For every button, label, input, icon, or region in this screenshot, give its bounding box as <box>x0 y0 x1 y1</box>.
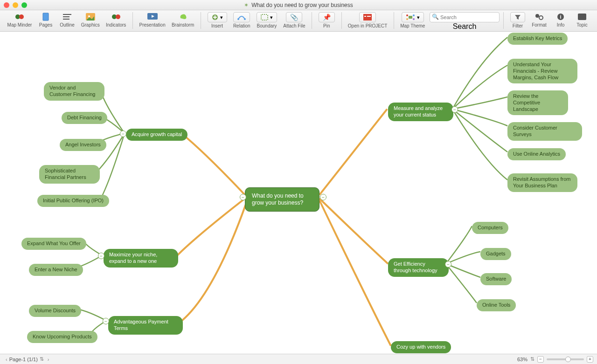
info-icon: i <box>557 12 564 21</box>
chevron-down-icon: ▾ <box>417 14 420 21</box>
open-in-project-button[interactable]: Open in PROJECT <box>346 12 390 28</box>
close-window-button[interactable] <box>4 2 9 8</box>
status-bar: ‹ Page-1 (1/1) ⇅ › 63% ⇅ − + <box>0 354 597 364</box>
collapse-toggle[interactable]: − <box>120 130 126 137</box>
svg-point-7 <box>88 15 90 17</box>
map-minder-button[interactable]: Map Minder <box>5 12 35 27</box>
leaf-node[interactable]: Software <box>480 273 512 285</box>
svg-text:i: i <box>560 14 561 20</box>
info-button[interactable]: i Info <box>550 12 571 27</box>
minimize-window-button[interactable] <box>13 2 18 8</box>
indicators-icon <box>111 12 121 21</box>
pin-button[interactable]: 📌 Pin <box>316 12 337 28</box>
branch-node[interactable]: Advantageous Payment Terms <box>108 316 183 335</box>
presentation-icon <box>147 12 158 21</box>
leaf-node[interactable]: Initial Public Offering (IPO) <box>37 195 109 207</box>
presentation-button[interactable]: Presentation <box>137 12 168 27</box>
zoom-stepper[interactable]: ⇅ <box>530 356 535 362</box>
graphics-button[interactable]: Graphics <box>78 12 102 27</box>
svg-rect-4 <box>63 16 69 17</box>
page-stepper[interactable]: ⇅ <box>38 356 46 362</box>
attach-file-button[interactable]: 📎 Attach File <box>281 12 308 28</box>
collapse-toggle[interactable]: − <box>320 194 326 200</box>
boundary-icon <box>261 14 268 21</box>
leaf-node[interactable]: Consider Customer Surveys <box>507 122 582 141</box>
svg-point-13 <box>244 18 246 20</box>
svg-point-22 <box>413 18 415 20</box>
leaf-node[interactable]: Understand Your Financials - Review Marg… <box>507 59 577 83</box>
boundary-button[interactable]: ▾ Boundary <box>254 12 279 28</box>
graphics-icon <box>86 12 95 21</box>
leaf-node[interactable]: Gadgets <box>480 248 511 260</box>
topic-button[interactable]: Topic <box>572 12 592 27</box>
map-theme-button[interactable]: ▾ Map Theme <box>398 12 428 28</box>
leaf-node[interactable]: Computers <box>472 222 508 234</box>
page-indicator[interactable]: Page-1 (1/1) <box>9 357 38 362</box>
brainstorm-button[interactable]: Brainstorm <box>169 12 197 27</box>
leaf-node[interactable]: Online Tools <box>477 299 516 311</box>
svg-point-23 <box>535 14 539 18</box>
svg-rect-2 <box>43 13 49 21</box>
search-input[interactable] <box>430 12 500 22</box>
branch-node[interactable]: Get Efficiency through technology <box>388 258 449 277</box>
pages-icon <box>42 12 49 21</box>
relation-button[interactable]: Relation <box>230 12 253 28</box>
maximize-window-button[interactable] <box>21 2 27 8</box>
branch-node[interactable]: Acquire growth capital <box>126 129 187 141</box>
branch-node[interactable]: Cozy up with vendors <box>391 341 451 353</box>
collapse-toggle[interactable]: − <box>451 106 458 113</box>
filter-button[interactable]: Filter <box>507 12 528 28</box>
leaf-node[interactable]: Review the Competitive Landscape <box>507 90 568 115</box>
format-button[interactable]: Format <box>529 12 549 27</box>
svg-point-12 <box>237 18 239 20</box>
topic-icon <box>578 12 586 21</box>
leaf-node[interactable]: Expand What You Offer <box>21 238 86 250</box>
svg-rect-16 <box>364 16 366 17</box>
zoom-in-button[interactable]: + <box>587 356 593 363</box>
map-minder-icon <box>15 12 24 21</box>
chevron-down-icon: ▾ <box>220 14 223 21</box>
leaf-node[interactable]: Enter a New Niche <box>29 264 83 276</box>
leaf-node[interactable]: Angel Investors <box>60 139 106 151</box>
window-title: ✶ What do you need to grow your business <box>244 2 353 8</box>
central-topic[interactable]: What do you need to grow your business? <box>245 187 319 212</box>
window-controls <box>4 2 27 8</box>
zoom-out-button[interactable]: − <box>537 356 544 363</box>
svg-point-1 <box>19 14 24 19</box>
svg-rect-27 <box>578 14 586 20</box>
search-label: Search <box>453 22 477 31</box>
prev-page-button[interactable]: ‹ <box>4 357 9 362</box>
leaf-node[interactable]: Use Online Analytics <box>507 148 566 160</box>
pages-button[interactable]: Pages <box>35 12 56 27</box>
branch-node[interactable]: Measure and analyze your current status <box>388 103 453 121</box>
chevron-down-icon: ▾ <box>270 14 273 21</box>
mindmap-canvas[interactable]: What do you need to grow your business? … <box>0 32 597 354</box>
collapse-toggle[interactable]: − <box>103 318 109 324</box>
leaf-node[interactable]: Know Upcoming Products <box>27 331 97 343</box>
svg-rect-17 <box>367 16 371 17</box>
svg-point-19 <box>406 14 408 16</box>
leaf-node[interactable]: Volume Discounts <box>29 305 81 317</box>
insert-button[interactable]: ▾ Insert <box>205 12 229 28</box>
collapse-toggle[interactable]: − <box>445 261 451 268</box>
leaf-node[interactable]: Revisit Assumptions from Your Business P… <box>507 173 577 192</box>
outline-icon <box>63 12 71 21</box>
next-page-button[interactable]: › <box>46 357 51 362</box>
pin-icon: 📌 <box>323 14 331 21</box>
brainstorm-icon <box>179 12 187 21</box>
collapse-toggle[interactable]: − <box>240 194 246 200</box>
svg-rect-3 <box>63 14 71 15</box>
leaf-node[interactable]: Establish Key Metrics <box>507 33 568 45</box>
svg-rect-18 <box>409 16 412 19</box>
leaf-node[interactable]: Sophisticated Financial Partners <box>39 165 100 184</box>
zoom-slider[interactable] <box>547 358 584 360</box>
collapse-toggle[interactable]: − <box>98 253 104 259</box>
relation-icon <box>237 14 246 20</box>
leaf-node[interactable]: Vendor and Customer Financing <box>44 82 104 101</box>
branch-node[interactable]: Maximize your niche, expand to a new one <box>104 249 178 268</box>
leaf-node[interactable]: Debt Financing <box>62 112 107 124</box>
zoom-level: 63% <box>517 357 528 362</box>
indicators-button[interactable]: Indicators <box>103 12 129 27</box>
svg-point-24 <box>539 16 543 20</box>
outline-button[interactable]: Outline <box>57 12 77 27</box>
